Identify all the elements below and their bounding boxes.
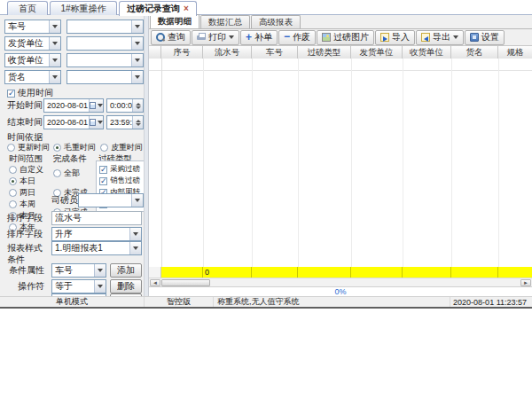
calendar-icon[interactable] <box>89 116 103 129</box>
radio-icon <box>53 144 61 152</box>
tab-advanced-report[interactable]: 高级报表 <box>251 15 301 28</box>
settings-button[interactable]: 设置 <box>465 30 505 45</box>
weigher-label: 司磅员 <box>51 194 78 207</box>
start-time-spinner[interactable]: 0:00:00 <box>106 98 144 113</box>
goods-value-select[interactable] <box>66 70 144 84</box>
vehicle-field-select[interactable]: 车号 <box>4 20 61 34</box>
status-datetime: 2020-08-01 11:23:57 <box>450 297 532 307</box>
end-date-picker[interactable]: 2020-08-01 <box>43 115 104 129</box>
chevron-down-icon[interactable] <box>129 228 141 240</box>
filter-row-shipper: 发货单位 <box>4 36 144 51</box>
supplement-button[interactable]: + 补单 <box>240 30 278 45</box>
condition-attr-select[interactable]: 车号 <box>51 263 106 278</box>
sort-field-input[interactable]: 流水号 <box>51 211 142 225</box>
col-header-serial[interactable]: 流水号 <box>203 46 252 59</box>
tab-weighing-operation-label: 1#称重操作 <box>60 3 106 15</box>
radio-option-tare-time[interactable]: 皮重时间 <box>100 142 143 153</box>
col-header-vehicle[interactable]: 车号 <box>252 46 298 59</box>
chevron-down-icon[interactable] <box>131 71 143 83</box>
spinner-arrows-icon[interactable] <box>132 99 143 112</box>
chevron-down-icon <box>229 35 234 39</box>
scroll-right-icon[interactable]: ► <box>520 279 531 286</box>
use-time-checkbox[interactable]: 使用时间 <box>7 87 53 99</box>
spinner-arrows-icon[interactable] <box>132 116 143 129</box>
col-header-shipper[interactable]: 发货单位 <box>351 46 403 59</box>
col-header-seq[interactable]: 序号 <box>161 46 203 59</box>
shipper-value-select[interactable] <box>66 36 144 51</box>
radio-option-today[interactable]: 本日 <box>9 176 35 187</box>
app-window: 首页 1#称重操作 过磅记录查询 × 车号 <box>0 0 532 309</box>
import-button[interactable]: 导入 <box>375 30 415 45</box>
sort-order-select[interactable]: 升序 <box>51 227 142 241</box>
printer-icon <box>197 33 206 42</box>
radio-option-this-week[interactable]: 本周 <box>9 199 35 210</box>
receiver-value-select[interactable] <box>66 53 144 67</box>
tab-data-summary[interactable]: 数据汇总 <box>200 15 250 28</box>
close-icon[interactable]: × <box>184 4 189 13</box>
image-icon <box>322 33 331 42</box>
toolbar: 查询 打印 + 补单 − 作废 过磅图片 <box>149 29 532 46</box>
export-icon <box>421 33 430 42</box>
col-header-spec[interactable]: 规格 <box>498 46 532 59</box>
weigh-photo-button[interactable]: 过磅图片 <box>317 30 374 45</box>
col-header-goods[interactable]: 货名 <box>451 46 498 59</box>
calendar-icon[interactable] <box>89 99 103 112</box>
status-edition: 智控版 <box>145 297 214 307</box>
chevron-down-icon[interactable] <box>49 20 60 33</box>
filter-row-goods: 货名 <box>4 70 144 84</box>
tab-weigh-record-query[interactable]: 过磅记录查询 × <box>119 1 197 16</box>
radio-option-gross-time[interactable]: 毛重时间 <box>53 142 96 153</box>
checkbox-option-sales[interactable]: 销售过磅 <box>99 176 140 186</box>
receiver-field-label: 收货单位 <box>5 54 49 66</box>
receiver-field-select[interactable]: 收货单位 <box>4 53 61 67</box>
chevron-down-icon[interactable] <box>129 242 141 254</box>
start-time-label: 开始时间 <box>7 99 43 112</box>
radio-option-update-time[interactable]: 更新时间 <box>7 142 50 153</box>
chevron-down-icon[interactable] <box>94 264 106 277</box>
print-button[interactable]: 打印 <box>192 30 239 45</box>
start-date-picker[interactable]: 2020-08-01 <box>43 98 104 113</box>
vehicle-value-select[interactable] <box>66 20 144 34</box>
chevron-down-icon[interactable] <box>131 37 143 50</box>
condition-attr-label: 条件属性 <box>9 264 51 277</box>
radio-option-custom[interactable]: 自定义 <box>9 164 43 176</box>
scroll-left-icon[interactable]: ◄ <box>150 279 160 286</box>
add-condition-button[interactable]: 添加 <box>110 263 142 278</box>
tab-weighing-operation[interactable]: 1#称重操作 <box>50 1 117 15</box>
radio-option-all[interactable]: 全部 <box>53 168 80 179</box>
horizontal-scrollbar[interactable]: ◄ ► <box>149 278 532 286</box>
radio-icon <box>53 169 61 177</box>
col-header-weigh-type[interactable]: 过磅类型 <box>298 46 351 59</box>
radio-icon <box>9 177 17 185</box>
records-table: 序号 流水号 车号 过磅类型 发货单位 收货单位 货名 规格 <box>149 46 532 286</box>
tab-data-detail[interactable]: 数据明细 <box>150 14 200 28</box>
query-button[interactable]: 查询 <box>151 30 191 45</box>
export-button[interactable]: 导出 <box>416 30 464 45</box>
scrollbar-thumb[interactable] <box>161 279 210 286</box>
chevron-down-icon[interactable] <box>94 280 106 293</box>
condition-op-select[interactable]: 等于 <box>51 279 106 293</box>
chevron-down-icon[interactable] <box>131 194 143 207</box>
checkbox-option-purchase[interactable]: 采购过磅 <box>99 164 140 175</box>
condition-op-label: 操作符 <box>9 280 51 293</box>
chevron-down-icon <box>453 35 458 39</box>
checkbox-icon <box>99 177 107 185</box>
table-body-empty[interactable] <box>149 59 532 267</box>
end-time-spinner[interactable]: 23:59:59 <box>106 115 144 129</box>
tab-home[interactable]: 首页 <box>7 1 48 15</box>
goods-field-select[interactable]: 货名 <box>4 70 61 84</box>
chevron-down-icon[interactable] <box>131 20 143 33</box>
status-mode: 单机模式 <box>0 297 145 307</box>
weigher-select[interactable] <box>78 193 144 207</box>
chevron-down-icon[interactable] <box>49 37 60 50</box>
report-style-select[interactable]: 1.明细报表1 <box>51 241 142 255</box>
col-header-receiver[interactable]: 收货单位 <box>403 46 451 59</box>
delete-condition-button[interactable]: 删除 <box>110 279 142 293</box>
radio-option-two-days[interactable]: 两日 <box>9 187 35 199</box>
chevron-down-icon[interactable] <box>49 71 60 83</box>
end-time-row: 结束时间 2020-08-01 23:59:59 <box>7 115 144 129</box>
void-button[interactable]: − 作废 <box>278 30 316 45</box>
chevron-down-icon[interactable] <box>131 54 143 66</box>
shipper-field-select[interactable]: 发货单位 <box>4 36 61 51</box>
chevron-down-icon[interactable] <box>49 54 60 66</box>
